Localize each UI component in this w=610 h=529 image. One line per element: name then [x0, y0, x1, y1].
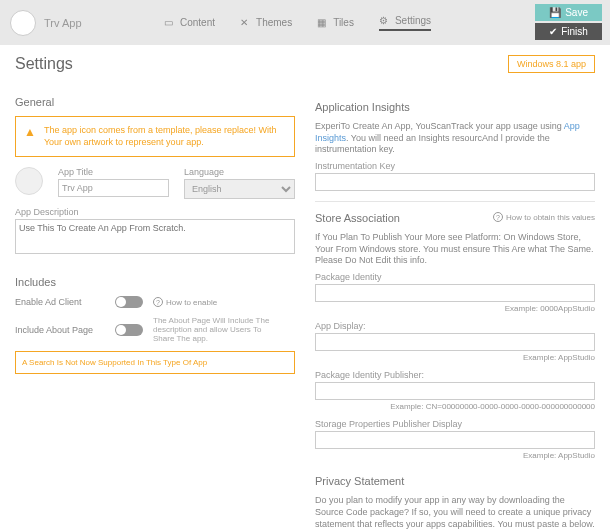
publisher-display-example: Example: AppStudio — [315, 451, 595, 460]
language-label: Language — [184, 167, 295, 177]
nav-themes[interactable]: ✕Themes — [240, 15, 292, 31]
app-logo — [10, 10, 36, 36]
description-label: App Description — [15, 207, 295, 217]
help-icon: ? — [493, 212, 503, 222]
store-heading: Store Association ?How to obtain this va… — [315, 212, 595, 224]
publisher-example: Example: CN=00000000-0000-0000-0000-0000… — [315, 402, 595, 411]
help-icon: ? — [153, 297, 163, 307]
content-icon: ▭ — [164, 17, 176, 29]
nav-tiles[interactable]: ▦Tiles — [317, 15, 354, 31]
general-heading: General — [15, 96, 295, 108]
icon-warning: ▲ The app icon comes from a template, pl… — [15, 116, 295, 157]
nav-content[interactable]: ▭Content — [164, 15, 215, 31]
publisher-input[interactable] — [315, 382, 595, 400]
publisher-display-label: Storage Properties Publisher Display — [315, 419, 595, 429]
how-to-obtain-link[interactable]: ?How to obtain this values — [493, 212, 595, 222]
top-bar: Trv App ▭Content ✕Themes ▦Tiles ⚙Setting… — [0, 0, 610, 45]
check-icon: ✔ — [549, 26, 557, 37]
instrumentation-key-label: Instrumentation Key — [315, 161, 595, 171]
app-title-input[interactable] — [58, 179, 169, 197]
pkg-identity-label: Package Identity — [315, 272, 595, 282]
app-display-example: Example: AppStudio — [315, 353, 595, 362]
app-display-input[interactable] — [315, 333, 595, 351]
search-info: A Search Is Not Now Supported In This Ty… — [15, 351, 295, 374]
app-icon-preview[interactable] — [15, 167, 43, 195]
store-desc: If You Plan To Publish Your More see Pla… — [315, 232, 595, 267]
platform-badge: Windows 8.1 app — [508, 55, 595, 73]
app-name: Trv App — [44, 17, 124, 29]
includes-heading: Includes — [15, 276, 295, 288]
save-icon: 💾 — [549, 7, 561, 18]
ad-client-toggle[interactable] — [115, 296, 143, 308]
insights-heading: Application Insights — [315, 101, 595, 113]
publisher-display-input[interactable] — [315, 431, 595, 449]
ad-client-label: Enable Ad Client — [15, 297, 105, 307]
privacy-desc: Do you plan to modify your app in any wa… — [315, 495, 595, 529]
page-title: Settings — [15, 55, 73, 73]
tiles-icon: ▦ — [317, 17, 329, 29]
description-input[interactable] — [15, 219, 295, 254]
warning-icon: ▲ — [24, 125, 36, 148]
pkg-identity-example: Example: 0000AppStudio — [315, 304, 595, 313]
privacy-heading: Privacy Statement — [315, 475, 595, 487]
how-to-enable-link[interactable]: ?How to enable — [153, 297, 217, 307]
insights-desc: ExperiTo Create An App, YouScanTrack you… — [315, 121, 595, 156]
publisher-label: Package Identity Publisher: — [315, 370, 595, 380]
themes-icon: ✕ — [240, 17, 252, 29]
pkg-identity-input[interactable] — [315, 284, 595, 302]
app-title-label: App Title — [58, 167, 169, 177]
save-button[interactable]: 💾Save — [535, 4, 602, 21]
instrumentation-key-input[interactable] — [315, 173, 595, 191]
about-page-toggle[interactable] — [115, 324, 143, 336]
about-page-label: Include About Page — [15, 325, 105, 335]
app-display-label: App Display: — [315, 321, 595, 331]
finish-button[interactable]: ✔Finish — [535, 23, 602, 40]
about-page-desc: The About Page Will Include The descript… — [153, 316, 273, 343]
nav-settings[interactable]: ⚙Settings — [379, 15, 431, 31]
language-select[interactable]: English — [184, 179, 295, 199]
gear-icon: ⚙ — [379, 15, 391, 27]
main-nav: ▭Content ✕Themes ▦Tiles ⚙Settings — [164, 15, 431, 31]
